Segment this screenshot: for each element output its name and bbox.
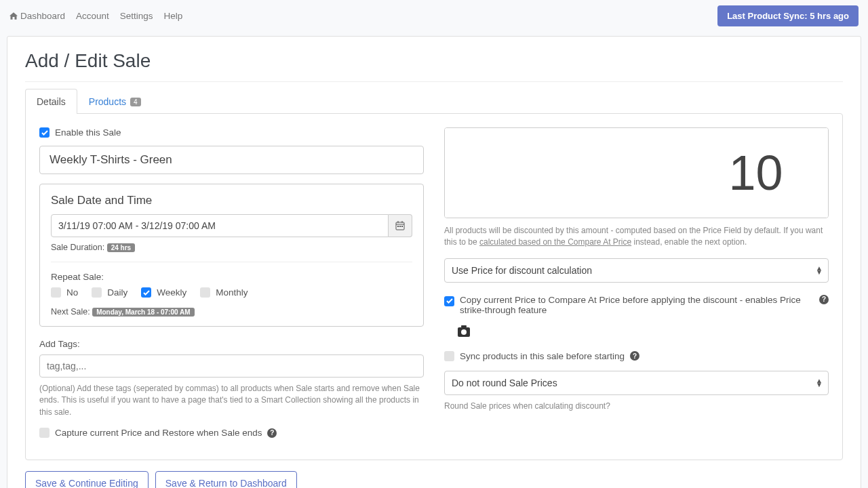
svg-rect-5 (399, 226, 401, 227)
tabs: Details Products 4 (25, 89, 843, 114)
sale-duration: Sale Duration: 24 hrs (51, 243, 412, 252)
sale-name-input[interactable] (39, 146, 424, 174)
help-icon[interactable]: ? (630, 351, 639, 361)
enable-sale-label: Enable this Sale (55, 127, 121, 138)
calendar-icon (395, 221, 405, 230)
discount-input[interactable] (445, 128, 829, 218)
date-box-title: Sale Date and Time (51, 194, 412, 207)
page-title: Add / Edit Sale (25, 37, 843, 81)
repeat-label: Repeat Sale: (51, 272, 412, 282)
repeat-no-checkbox[interactable] (51, 287, 61, 298)
copy-price-label: Copy current Price to Compare At Price b… (460, 295, 814, 315)
round-help: Round Sale prices when calculating disco… (444, 401, 829, 412)
nav-account[interactable]: Account (76, 11, 109, 21)
save-return-button[interactable]: Save & Return to Dashboard (155, 471, 297, 488)
next-sale: Next Sale: Monday, March 18 - 07:00 AM (51, 307, 412, 317)
tags-label: Add Tags: (39, 339, 424, 349)
tags-help: (Optional) Add these tags (seperated by … (39, 383, 424, 418)
nav-dashboard[interactable]: Dashboard (9, 11, 65, 21)
help-icon[interactable]: ? (267, 428, 277, 438)
tab-products[interactable]: Products 4 (77, 89, 153, 114)
products-count-badge: 4 (130, 98, 141, 106)
enable-sale-checkbox[interactable] (39, 127, 50, 138)
help-icon[interactable]: ? (819, 295, 829, 304)
svg-rect-6 (401, 226, 403, 227)
sync-products-label: Sync products in this sale before starti… (460, 351, 625, 361)
nav-settings[interactable]: Settings (120, 11, 153, 21)
discount-note: All products will be discounted by this … (444, 225, 829, 249)
capture-price-label: Capture current Price and Restore when S… (55, 428, 262, 438)
calendar-button[interactable] (389, 214, 412, 237)
repeat-monthly-checkbox[interactable] (200, 287, 210, 298)
capture-price-checkbox[interactable] (39, 428, 50, 438)
svg-rect-4 (397, 226, 399, 227)
home-icon (9, 12, 18, 20)
date-range-input[interactable] (51, 214, 389, 237)
repeat-weekly-checkbox[interactable] (141, 287, 151, 298)
tags-input[interactable] (39, 354, 424, 378)
nav-help[interactable]: Help (164, 11, 183, 21)
copy-price-checkbox[interactable] (444, 296, 454, 306)
camera-icon[interactable] (458, 327, 470, 337)
save-continue-button[interactable]: Save & Continue Editing (25, 471, 149, 488)
round-select[interactable]: Do not round Sale Prices ▲▼ (444, 371, 829, 395)
last-sync-button[interactable]: Last Product Sync: 5 hrs ago (717, 5, 859, 26)
price-calc-select[interactable]: Use Price for discount calculation ▲▼ (444, 258, 829, 283)
tab-details[interactable]: Details (25, 89, 77, 114)
sync-products-checkbox[interactable] (444, 351, 454, 361)
repeat-daily-checkbox[interactable] (92, 287, 102, 298)
